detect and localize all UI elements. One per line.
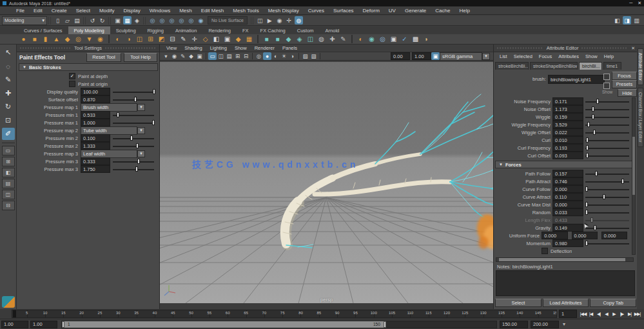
- open-scene-icon[interactable]: ▱: [63, 16, 72, 25]
- menu-help[interactable]: Help: [454, 8, 474, 14]
- snap-to-view-plane-icon[interactable]: ◎: [187, 16, 195, 25]
- value-field[interactable]: 1.750: [81, 165, 110, 173]
- use-all-lights-icon[interactable]: ☀: [280, 52, 288, 60]
- mirror-icon[interactable]: ◧: [211, 35, 221, 44]
- shadows-icon[interactable]: ◑: [288, 52, 297, 60]
- shelf-tab-arnold[interactable]: Arnold: [320, 26, 346, 34]
- snap-to-grid-icon[interactable]: ◎: [148, 16, 157, 25]
- slider-handle[interactable]: [134, 97, 137, 102]
- node-name-field[interactable]: birchBlowingLight1: [548, 75, 605, 84]
- value-field[interactable]: 0.110: [552, 193, 583, 201]
- poly-pyramid-icon[interactable]: ▼: [84, 35, 94, 44]
- value-field[interactable]: 0.193: [552, 144, 583, 152]
- paint-select-tool[interactable]: ✎: [2, 74, 15, 86]
- side-tab-channel-box-layer-editor[interactable]: Channel Box / Layer Editor: [638, 88, 643, 147]
- value-field[interactable]: 0.000: [552, 201, 583, 208]
- menu-deform[interactable]: Deform: [358, 8, 384, 14]
- fur-icon[interactable]: ◗: [422, 35, 431, 44]
- separate-icon[interactable]: ◑: [124, 35, 133, 44]
- range-start-handle[interactable]: [62, 321, 64, 328]
- play-backwards-button[interactable]: ◀: [603, 310, 610, 318]
- textured-mode-icon[interactable]: ◐: [271, 52, 280, 60]
- undo-icon[interactable]: ↺: [88, 16, 97, 25]
- lasso-select-tool[interactable]: ◌: [2, 60, 15, 72]
- slider-handle[interactable]: [592, 106, 594, 112]
- show-button[interactable]: Show: [602, 90, 612, 94]
- viewport-menu-shading[interactable]: Shading: [181, 45, 206, 51]
- drag-handle[interactable]: [20, 47, 71, 49]
- playback-start-field[interactable]: 1.00: [30, 321, 57, 328]
- step-forward-key-button[interactable]: |▶: [618, 310, 625, 318]
- minimize-icon[interactable]: ─: [629, 1, 632, 6]
- ae-menu-show[interactable]: Show: [582, 54, 601, 59]
- ae-tab-birchBl[interactable]: birchBl...: [579, 62, 602, 70]
- color-managed-icon[interactable]: ▣: [431, 52, 440, 60]
- animation-start-field[interactable]: 1.00: [1, 321, 28, 328]
- four-pane-layout-icon[interactable]: ⊞: [233, 52, 242, 60]
- animation-end-field[interactable]: 200.00: [531, 321, 559, 328]
- slider-handle[interactable]: [586, 145, 589, 150]
- paint-weights-icon[interactable]: ✎: [338, 35, 348, 44]
- attribute-slider[interactable]: [585, 178, 629, 184]
- soften-edge-icon[interactable]: ■: [273, 35, 282, 44]
- character-icon[interactable]: ◍: [317, 35, 326, 44]
- slider-handle[interactable]: [595, 171, 598, 176]
- shelf-tab-rigging[interactable]: Rigging: [142, 26, 170, 34]
- outliner-layout-icon[interactable]: ⊟: [242, 52, 250, 60]
- attribute-slider[interactable]: [585, 137, 629, 143]
- value-field[interactable]: 0.533: [81, 111, 110, 119]
- attribute-slider[interactable]: [585, 121, 629, 128]
- attribute-slider[interactable]: [585, 129, 629, 135]
- open-render-view-icon[interactable]: ◫: [256, 16, 264, 25]
- single-pane-layout-icon[interactable]: ▭: [208, 52, 217, 60]
- vector-field[interactable]: 0.000: [601, 232, 627, 239]
- chevron-down-icon[interactable]: ▼: [137, 127, 145, 134]
- shelf-tab-fx[interactable]: FX: [237, 26, 255, 34]
- list-toggle-icon[interactable]: [603, 83, 610, 89]
- shelf-tab-fx-caching[interactable]: FX Caching: [255, 26, 291, 34]
- slider-handle[interactable]: [585, 241, 588, 246]
- chevron-down-icon[interactable]: ▼: [482, 53, 490, 60]
- value-field[interactable]: 0.000: [552, 185, 583, 193]
- attribute-slider[interactable]: [585, 170, 629, 177]
- isolate-select-icon[interactable]: ▧: [301, 52, 309, 60]
- value-field[interactable]: 3.529: [552, 121, 583, 128]
- attribute-slider[interactable]: [585, 98, 629, 105]
- render-globe-icon[interactable]: ◎: [378, 35, 387, 44]
- quad-draw-icon[interactable]: ◇: [200, 35, 210, 44]
- vector-field[interactable]: 0.000: [572, 232, 598, 239]
- modeling-toolkit-toggle-icon[interactable]: ◧: [613, 16, 621, 25]
- focus-button[interactable]: Focus: [612, 72, 637, 80]
- slider-handle[interactable]: [117, 112, 119, 117]
- enum-dropdown[interactable]: Brush width: [81, 103, 137, 112]
- vector-field[interactable]: 0.000: [542, 232, 567, 239]
- slider-handle[interactable]: [621, 179, 624, 184]
- enum-dropdown[interactable]: Tube width: [81, 126, 137, 135]
- ae-tab-time1[interactable]: time1: [603, 62, 621, 70]
- attribute-editor-toggle-icon[interactable]: ◨: [623, 16, 631, 25]
- attribute-slider[interactable]: [113, 166, 154, 172]
- poly-sphere-icon[interactable]: ●: [19, 35, 28, 44]
- value-field[interactable]: 0.870: [81, 95, 110, 103]
- slider-handle[interactable]: [585, 186, 588, 192]
- shelf-tab-poly-modeling[interactable]: Poly Modeling: [68, 26, 110, 34]
- layout-persp-outliner[interactable]: ◧: [2, 168, 15, 177]
- slider-handle[interactable]: [590, 217, 593, 223]
- snap-to-projected-center-icon[interactable]: ◎: [177, 16, 186, 25]
- redo-icon[interactable]: ↻: [98, 16, 106, 25]
- ae-select-button[interactable]: Select: [495, 299, 542, 307]
- menu-mesh-display[interactable]: Mesh Display: [264, 8, 304, 14]
- ae-tab-strokeShapeBirchBlowi[interactable]: strokeShapeBirchBlowi...: [530, 62, 578, 70]
- scrollbar-thumb[interactable]: [499, 258, 625, 261]
- hypershade-icon[interactable]: ◉: [367, 35, 376, 44]
- snapshot-icon[interactable]: ▣: [389, 35, 398, 44]
- multi-cut-icon[interactable]: ✎: [179, 35, 188, 44]
- viewport-menu-lighting[interactable]: Lighting: [206, 45, 231, 51]
- menu-surfaces[interactable]: Surfaces: [329, 8, 358, 14]
- ipr-render-icon[interactable]: ◉: [275, 16, 284, 25]
- attribute-slider[interactable]: [113, 96, 154, 103]
- layout-persp-uv[interactable]: ⊟: [2, 201, 15, 210]
- value-field[interactable]: 0.159: [552, 113, 583, 121]
- combine-icon[interactable]: ◐: [113, 35, 122, 44]
- checkbox-checked[interactable]: ✓: [69, 73, 75, 79]
